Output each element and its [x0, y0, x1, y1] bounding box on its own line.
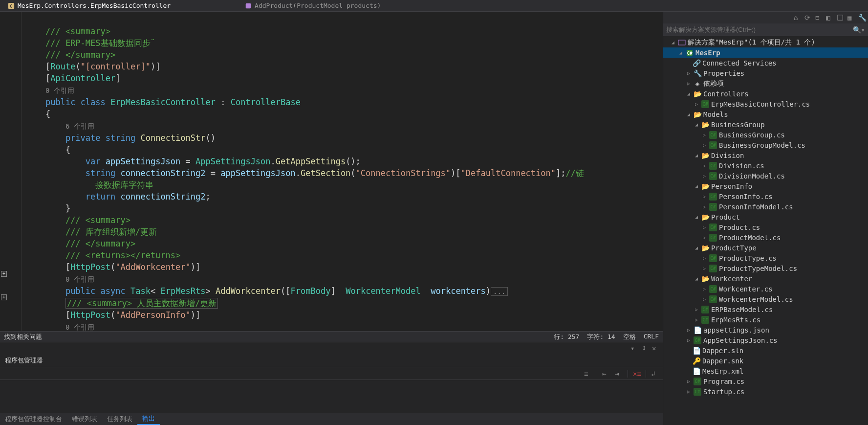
project-node[interactable]: ◢C#MesErp [663, 47, 868, 58]
indent-right-icon[interactable]: ⇥ [615, 370, 623, 378]
editor-gutter[interactable]: + + [0, 12, 22, 331]
status-line[interactable]: 行: 257 [554, 333, 579, 341]
tab-package-console[interactable]: 程序包管理器控制台 [0, 414, 67, 425]
tree-folder-product[interactable]: ◢📂Product [663, 212, 868, 222]
codelens[interactable]: 0 个引用 [45, 87, 74, 94]
codelens[interactable]: 0 个引用 [65, 323, 94, 331]
chevron-right-icon[interactable]: ▷ [701, 286, 707, 291]
status-col[interactable]: 字符: 14 [587, 333, 615, 341]
panel-body[interactable] [0, 380, 663, 413]
chevron-right-icon[interactable]: ▷ [686, 389, 692, 394]
solution-node[interactable]: ◢解决方案"MesErp"(1 个项目/共 1 个) [663, 37, 868, 47]
tree-folder-personinfo[interactable]: ◢📂PersonInfo [663, 181, 868, 191]
tree-folder-controllers[interactable]: ◢📂Controllers [663, 89, 868, 99]
tree-file-cs[interactable]: ▷C#ProductModel.cs [663, 232, 868, 243]
tree-file-cs[interactable]: ▷C#ERPBaseModel.cs [663, 304, 868, 314]
show-all-icon[interactable]: ◧ [826, 14, 834, 22]
tab-output[interactable]: 输出 [137, 413, 160, 425]
chevron-right-icon[interactable]: ▷ [701, 204, 707, 209]
codelens[interactable]: 0 个引用 [65, 275, 94, 283]
chevron-right-icon[interactable]: ▷ [701, 163, 707, 168]
refresh-icon[interactable]: ⟳ [804, 14, 812, 22]
status-left[interactable]: 找到相关问题 [4, 333, 42, 341]
chevron-right-icon[interactable]: ▷ [694, 101, 699, 107]
chevron-right-icon[interactable]: ▷ [694, 307, 699, 312]
chevron-right-icon[interactable]: ▷ [701, 296, 707, 302]
preview-icon[interactable]: ▦ [847, 14, 855, 22]
tab-task-list[interactable]: 任务列表 [102, 414, 137, 425]
close-icon[interactable]: ✕ [652, 345, 659, 352]
chevron-down-icon[interactable]: ◢ [694, 122, 699, 127]
chevron-down-icon[interactable]: ◢ [670, 40, 676, 45]
chevron-right-icon[interactable]: ▷ [701, 132, 707, 137]
tree-file-cs[interactable]: ▷C#PersonInfo.cs [663, 191, 868, 201]
indent-icon[interactable]: ≡ [584, 370, 592, 378]
code-editor[interactable]: + + /// <summary> /// ERP-MES基础数据同步¨ ///… [0, 12, 663, 331]
tree-item-connected[interactable]: 🔗Connected Services [663, 58, 868, 68]
tree-file-json[interactable]: ▷📄appsettings.json [663, 325, 868, 335]
tree-file-sln[interactable]: 📄Dapper.sln [663, 345, 868, 356]
indent-left-icon[interactable]: ⇤ [602, 370, 610, 378]
chevron-right-icon[interactable]: ▷ [701, 194, 707, 199]
se-search-input[interactable] [666, 26, 853, 33]
tree-folder-models[interactable]: ◢📂Models [663, 109, 868, 119]
se-tree[interactable]: ◢解决方案"MesErp"(1 个项目/共 1 个) ◢C#MesErp 🔗Co… [663, 36, 868, 425]
tree-file-cs[interactable]: ▷C#WorkcenterModel.cs [663, 294, 868, 304]
tree-file-cs[interactable]: ▷C#ErpMesBasicController.cs [663, 99, 868, 109]
chevron-down-icon[interactable]: ◢ [694, 183, 699, 189]
fold-marker[interactable]: + [1, 294, 7, 300]
properties-icon[interactable] [837, 14, 845, 22]
tree-file-cs[interactable]: ▷C#Workcenter.cs [663, 284, 868, 294]
chevron-right-icon[interactable]: ▷ [701, 224, 707, 230]
code-content[interactable]: /// <summary> /// ERP-MES基础数据同步¨ /// </s… [22, 12, 663, 331]
wrench-icon[interactable]: 🔧 [858, 14, 866, 22]
chevron-right-icon[interactable]: ▷ [686, 379, 692, 384]
tree-file-cs[interactable]: ▷C#Product.cs [663, 222, 868, 232]
tree-file-cs[interactable]: ▷C#AppSettingsJson.cs [663, 335, 868, 345]
clear-icon[interactable]: ✕≡ [633, 370, 641, 378]
tree-folder-businessgroup[interactable]: ◢📂BusinessGroup [663, 119, 868, 130]
tree-file-snk[interactable]: 🔑Dapper.snk [663, 356, 868, 366]
search-icon[interactable]: 🔍▾ [853, 26, 865, 34]
tree-file-cs[interactable]: ▷C#BusinessGroup.cs [663, 130, 868, 140]
chevron-right-icon[interactable]: ▷ [686, 81, 692, 86]
fold-marker[interactable]: + [1, 271, 7, 277]
status-newline[interactable]: CRLF [644, 333, 659, 341]
chevron-down-icon[interactable]: ◢ [694, 153, 699, 158]
chevron-right-icon[interactable]: ▷ [701, 235, 707, 240]
tree-file-cs[interactable]: ▷C#BusinessGroupModel.cs [663, 140, 868, 150]
tab-method[interactable]: AddProduct(ProductModel products) [237, 1, 389, 10]
tree-folder-workcenter[interactable]: ◢📂Workcenter [663, 273, 868, 284]
tree-item-deps[interactable]: ▷◈依赖项 [663, 78, 868, 89]
chevron-right-icon[interactable]: ▷ [701, 255, 707, 261]
chevron-down-icon[interactable]: ◢ [686, 112, 692, 117]
wrap-icon[interactable]: ↲ [651, 370, 659, 378]
tree-file-cs[interactable]: ▷C#Division.cs [663, 160, 868, 171]
chevron-right-icon[interactable]: ▷ [701, 173, 707, 179]
tree-folder-division[interactable]: ◢📂Division [663, 150, 868, 160]
chevron-right-icon[interactable]: ▷ [686, 327, 692, 333]
chevron-right-icon[interactable]: ▷ [686, 337, 692, 343]
tree-file-cs[interactable]: ▷C#DivisionModel.cs [663, 171, 868, 181]
chevron-down-icon[interactable]: ◢ [694, 214, 699, 220]
dropdown-icon[interactable]: ▾ [630, 345, 637, 352]
collapse-icon[interactable]: ⊟ [815, 14, 823, 22]
tree-file-cs[interactable]: ▷C#ProductType.cs [663, 253, 868, 263]
tab-error-list[interactable]: 错误列表 [67, 414, 102, 425]
tree-file-cs[interactable]: ▷C#Program.cs [663, 376, 868, 386]
chevron-right-icon[interactable]: ▷ [701, 266, 707, 271]
collapsed-region[interactable]: ... [491, 287, 508, 296]
tree-item-properties[interactable]: ▷🔧Properties [663, 68, 868, 78]
chevron-down-icon[interactable]: ◢ [686, 91, 692, 96]
tree-file-xml[interactable]: 📄MesErp.xml [663, 366, 868, 376]
tree-folder-producttype[interactable]: ◢📂ProductType [663, 243, 868, 253]
tree-file-cs[interactable]: ▷C#ProductTypeModel.cs [663, 263, 868, 273]
chevron-down-icon[interactable]: ◢ [694, 245, 699, 250]
codelens[interactable]: 6 个引用 [65, 122, 94, 130]
chevron-right-icon[interactable]: ▷ [686, 70, 692, 76]
tree-file-cs[interactable]: ▷C#ErpMesRts.cs [663, 314, 868, 325]
chevron-down-icon[interactable]: ◢ [678, 50, 684, 55]
chevron-right-icon[interactable]: ▷ [694, 317, 699, 322]
status-whitespace[interactable]: 空格 [623, 333, 636, 341]
home-icon[interactable]: ⌂ [794, 14, 802, 22]
